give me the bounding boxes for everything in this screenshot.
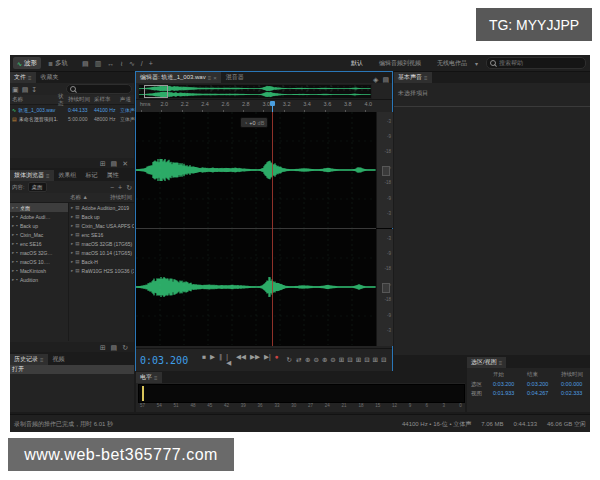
zoom-tool-5[interactable]: ⊟ xyxy=(347,357,352,364)
expand-icon[interactable]: ▸ xyxy=(71,250,73,255)
tool-icon-2[interactable]: ↔ xyxy=(107,60,114,67)
tool-icon-3[interactable]: ≀ xyxy=(120,60,123,67)
expand-icon[interactable]: ▸ xyxy=(12,223,14,228)
workspace-2[interactable]: 无线电作品 xyxy=(437,59,467,68)
media-tree-item[interactable]: ▸▪Back up xyxy=(10,221,68,230)
panel-menu-icon[interactable]: ≡ xyxy=(424,75,428,81)
zoom-tool-9[interactable]: ⊟ xyxy=(381,357,386,364)
expand-icon[interactable]: ▸ xyxy=(12,259,14,264)
media-tree-item[interactable]: ▸▪Adobe Audi… xyxy=(10,212,68,221)
selection-duration[interactable]: 0:00.000 xyxy=(561,381,582,388)
media-tree-item[interactable]: ▸▪MacKintosh xyxy=(10,266,68,275)
loop-button[interactable]: ↻ xyxy=(287,357,292,364)
play-button[interactable]: ▶ xyxy=(210,354,215,367)
expand-icon[interactable]: ▸ xyxy=(71,214,73,219)
tab-levels[interactable]: 电平 ≡ xyxy=(136,372,162,383)
chevron-down-icon[interactable]: ▾ xyxy=(475,60,478,67)
waveform-area[interactable]: -3-9-18∞-18-9-3 -3-9-18∞-18-9-3 ◔ +0 dB xyxy=(136,112,392,346)
media-tree-item[interactable]: ▸▪macOS 10.… xyxy=(10,257,68,266)
zoom-tool-1[interactable]: ⊖ xyxy=(313,357,318,364)
selection-end[interactable]: 0:03.200 xyxy=(527,381,561,388)
media-footer-icon-1[interactable]: ▤ xyxy=(111,344,118,351)
zoom-tool-4[interactable]: ⊞ xyxy=(339,357,344,364)
media-tree-item[interactable]: ▸▪macOS 32G… xyxy=(10,248,68,257)
list-item[interactable]: ▸▤Cixin_Mac USA APFS CVS xyxy=(69,221,134,230)
list-item[interactable]: ▸▤macOS 32GB (17G65) xyxy=(69,239,134,248)
media-footer-icon-0[interactable]: ⊞ xyxy=(100,344,106,351)
media-tree-item[interactable]: ▸▪Cixin_Mac xyxy=(10,230,68,239)
expand-icon[interactable]: ▸ xyxy=(12,214,14,219)
channel-gain-handle[interactable] xyxy=(382,166,390,176)
tab-files[interactable]: 文件 ≡ xyxy=(10,72,36,83)
level-meter[interactable] xyxy=(138,384,465,403)
expand-icon[interactable]: ▸ xyxy=(12,277,14,282)
view-end[interactable]: 0:04.267 xyxy=(527,390,561,397)
tab-history[interactable]: 历史记录 ≡ xyxy=(10,354,48,365)
skip-start-button[interactable]: |◀ xyxy=(226,354,232,367)
overview-zoom-rect[interactable] xyxy=(144,85,168,98)
media-footer-icon-2[interactable]: ↻ xyxy=(122,344,128,351)
list-item[interactable]: ▸▤Adobe Audition_2019 xyxy=(69,203,134,212)
help-search-box[interactable] xyxy=(486,57,586,69)
list-item[interactable]: ▸▤Back-H xyxy=(69,257,134,266)
tool-icon-0[interactable]: ▤ xyxy=(82,60,89,67)
waveform-mode-button[interactable]: ∿ 波形 xyxy=(13,57,41,69)
expand-icon[interactable]: ▸ xyxy=(71,223,73,228)
rewind-button[interactable]: ◀◀ xyxy=(236,354,246,367)
table-row[interactable]: ∿轨道_1_003.wav0:44.13344100 Hz立体声 xyxy=(10,105,134,114)
view-start[interactable]: 0:01.933 xyxy=(493,390,527,397)
tab-media-3[interactable]: 属性 xyxy=(103,170,123,181)
time-display[interactable]: 0:03.200 xyxy=(140,355,188,366)
panel-menu-icon[interactable]: ≡ xyxy=(46,173,50,179)
expand-icon[interactable]: ▸ xyxy=(71,205,73,210)
zoom-tool-6[interactable]: ⊞ xyxy=(356,357,361,364)
skip-selection-button[interactable]: ⇄ xyxy=(296,357,301,364)
workspace-0[interactable]: 默认 xyxy=(351,59,363,68)
tab-media-2[interactable]: 标记 xyxy=(82,170,102,181)
zoom-tool-8[interactable]: ⊞ xyxy=(373,357,378,364)
expand-icon[interactable]: ▸ xyxy=(12,205,14,210)
tab-media-1[interactable]: 效果组 xyxy=(55,170,81,181)
pause-button[interactable]: ∥ xyxy=(219,354,222,367)
editor-header-icon-1[interactable]: ▤ xyxy=(382,76,389,83)
tab-editor[interactable]: 编辑器: 轨道_1_003.wav ≡ × xyxy=(136,72,221,83)
files-toolbar-icon-1[interactable]: ▤ xyxy=(22,86,29,93)
expand-icon[interactable]: ▸ xyxy=(71,268,73,273)
editor-header-icon-0[interactable]: ◈ xyxy=(373,76,378,83)
record-button[interactable]: ● xyxy=(275,354,279,367)
history-entry[interactable]: 打开 xyxy=(10,365,134,374)
tab-essential-sound[interactable]: 基本声音 ≡ xyxy=(394,72,432,83)
tool-icon-4[interactable]: ∿ xyxy=(129,60,135,67)
files-toolbar-icon-0[interactable]: ▣ xyxy=(12,86,19,93)
tab-video[interactable]: 视频 xyxy=(49,354,69,365)
waveform-overview[interactable] xyxy=(138,84,372,99)
fast-forward-button[interactable]: ▶▶ xyxy=(250,354,260,367)
list-item[interactable]: ▸▤enc SE16 xyxy=(69,230,134,239)
list-item[interactable]: ▸▤RaW10G H2S 10G36 (17G65) xyxy=(69,266,134,275)
files-footer-icon-1[interactable]: ▤ xyxy=(111,160,118,167)
media-content-icon-1[interactable]: + xyxy=(118,184,122,191)
media-content-icon-0[interactable]: − xyxy=(110,184,114,191)
stop-button[interactable]: ■ xyxy=(202,354,206,367)
panel-menu-icon[interactable]: ≡ xyxy=(154,375,158,381)
expand-icon[interactable]: ▸ xyxy=(71,259,73,264)
panel-menu-icon[interactable]: ≡ xyxy=(208,75,212,81)
media-tree-item[interactable]: ▸▪桌面 xyxy=(10,203,68,212)
panel-menu-icon[interactable]: ≡ xyxy=(499,360,503,366)
selection-start[interactable]: 0:03.200 xyxy=(493,381,527,388)
expand-icon[interactable]: ▸ xyxy=(12,268,14,273)
channel-gain-handle[interactable] xyxy=(382,283,390,293)
skip-end-button[interactable]: ▶| xyxy=(264,354,271,367)
workspace-1[interactable]: 编辑音频到视频 xyxy=(379,59,421,68)
tab-favorites[interactable]: 收藏夹 xyxy=(37,72,63,83)
media-column-headers[interactable]: 名称 ▲ 持续时间 xyxy=(10,193,134,203)
volume-hud[interactable]: ◔ +0 dB xyxy=(240,117,268,128)
panel-menu-icon[interactable]: ≡ xyxy=(28,75,32,81)
tool-icon-1[interactable]: ▥ xyxy=(95,60,102,67)
list-item[interactable]: ▸▤macOS 10.14 (17G65) xyxy=(69,248,134,257)
table-row[interactable]: ▤未命名混音项目1.sesx5:00.00048000 Hz立体声 xyxy=(10,114,134,123)
multitrack-mode-button[interactable]: ≣ 多轨 xyxy=(44,57,72,69)
media-tree-item[interactable]: ▸▪Audition xyxy=(10,275,68,284)
expand-icon[interactable]: ▸ xyxy=(71,241,73,246)
tab-media-0[interactable]: 媒体浏览器≡ xyxy=(10,170,54,181)
